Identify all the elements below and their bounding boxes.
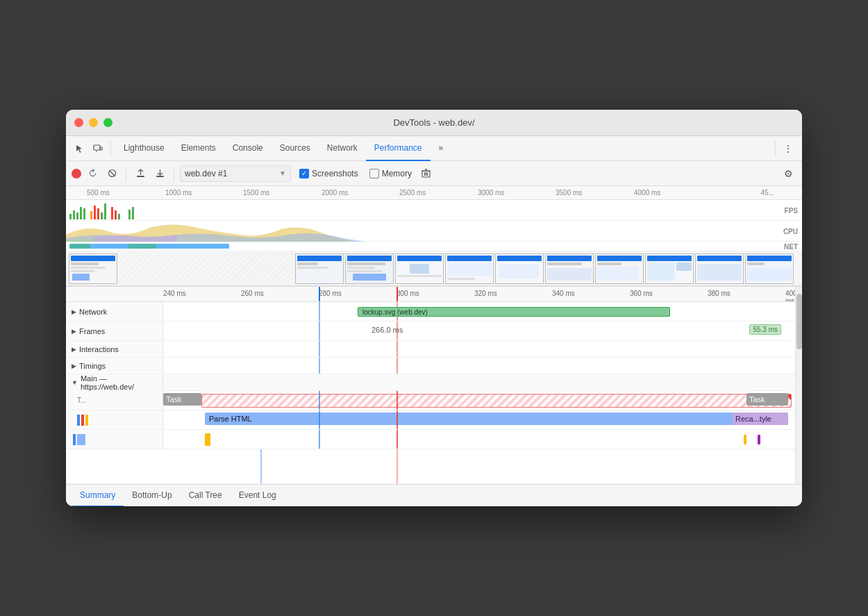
- upload-icon[interactable]: [132, 165, 149, 182]
- timings-chevron[interactable]: ▶: [72, 363, 76, 369]
- more-options-icon[interactable]: ⋮: [780, 140, 796, 157]
- red-marker: [81, 415, 84, 426]
- tab-sources[interactable]: Sources: [272, 136, 319, 161]
- record-button[interactable]: [72, 169, 81, 178]
- svg-rect-54: [447, 263, 492, 276]
- ruler-1000: 1000 ms: [165, 189, 192, 197]
- blue-line-empty: [260, 449, 262, 483]
- tab-summary[interactable]: Summary: [72, 485, 124, 507]
- parse-html-bar[interactable]: Parse HTML: [205, 413, 788, 425]
- download-icon[interactable]: [151, 165, 168, 182]
- net-row: NET: [66, 242, 802, 251]
- responsive-icon[interactable]: [90, 140, 106, 157]
- svg-rect-1: [100, 147, 102, 150]
- screenshot-8[interactable]: [595, 253, 644, 284]
- screenshots-checkbox[interactable]: ✓: [299, 169, 309, 178]
- memory-checkbox-group: Memory: [369, 169, 412, 178]
- svg-rect-66: [597, 267, 639, 281]
- tab-console[interactable]: Console: [224, 136, 272, 161]
- memory-label[interactable]: Memory: [369, 169, 412, 178]
- task-left-bar[interactable]: Task: [163, 393, 201, 406]
- r-320: 320 ms: [474, 290, 497, 297]
- maximize-button[interactable]: [103, 118, 112, 127]
- parse-html-content: Parse HTML Reca...tyle: [163, 410, 802, 429]
- screenshots-label[interactable]: ✓ Screenshots: [299, 169, 358, 178]
- close-button[interactable]: [74, 118, 83, 127]
- svg-rect-55: [447, 278, 475, 280]
- tab-network[interactable]: Network: [319, 136, 366, 161]
- task-left-text: Task: [166, 395, 182, 403]
- task-row: T... Task Task: [66, 391, 802, 410]
- r-380: 380 ms: [708, 290, 731, 297]
- screenshot-9[interactable]: [645, 253, 694, 284]
- svg-rect-25: [118, 214, 120, 219]
- ruler-450: 45...: [761, 189, 774, 197]
- tab-lighthouse[interactable]: Lighthouse: [115, 136, 173, 161]
- screenshot-7[interactable]: [545, 253, 594, 284]
- stop-icon[interactable]: [103, 165, 120, 182]
- interactions-chevron[interactable]: ▶: [72, 346, 76, 353]
- frames-track-label: ▶ Frames: [66, 322, 163, 340]
- ruler-2000: 2000 ms: [322, 189, 348, 197]
- svg-rect-21: [101, 213, 103, 219]
- task-hatched-bar[interactable]: [201, 394, 792, 408]
- ruler-2500: 2500 ms: [399, 189, 426, 197]
- tab-performance[interactable]: Performance: [366, 136, 431, 161]
- minimize-button[interactable]: [89, 118, 98, 127]
- blue-marker-line: [319, 287, 320, 301]
- svg-rect-13: [69, 214, 72, 219]
- task-right-bar[interactable]: Task: [746, 393, 788, 406]
- yellow-mark-2: [744, 435, 746, 444]
- screenshot-2[interactable]: [295, 253, 344, 284]
- tab-bottom-up[interactable]: Bottom-Up: [124, 485, 180, 507]
- frames-chevron[interactable]: ▶: [72, 328, 76, 335]
- network-bar-text: lockup.svg (web.dev): [362, 308, 428, 316]
- network-track: ▶ Network lockup.svg (web.dev): [66, 302, 802, 322]
- screenshot-4[interactable]: [395, 253, 444, 284]
- svg-rect-49: [397, 256, 442, 261]
- scrollbar-track: [795, 287, 802, 484]
- tab-call-tree[interactable]: Call Tree: [181, 485, 231, 507]
- screenshot-11[interactable]: [745, 253, 794, 284]
- interactions-track-content: [163, 341, 802, 357]
- settings-icon[interactable]: ⚙: [780, 165, 796, 182]
- svg-rect-46: [347, 270, 382, 272]
- screenshot-content-7: [546, 254, 593, 283]
- extra-row-content: [163, 430, 802, 449]
- screenshot-3[interactable]: [345, 253, 394, 284]
- ruler-500: 500 ms: [87, 189, 110, 197]
- url-selector[interactable]: web.dev #1 ▼: [180, 165, 291, 182]
- sep3: [174, 167, 174, 181]
- main-thread-label-col: ▼ Main — https://web.dev/: [66, 374, 163, 391]
- blue-line-frames: [319, 322, 320, 340]
- frames-track-content: 266.0 ms 55.3 ms: [163, 322, 802, 340]
- svg-rect-51: [397, 275, 442, 277]
- network-chevron[interactable]: ▶: [72, 308, 76, 315]
- screenshot-1[interactable]: [69, 253, 117, 284]
- screenshot-10[interactable]: [695, 253, 744, 284]
- cursor-icon[interactable]: [72, 140, 88, 157]
- scrollbar-thumb[interactable]: [796, 294, 802, 349]
- tab-elements[interactable]: Elements: [173, 136, 224, 161]
- svg-rect-60: [547, 256, 592, 261]
- parse-html-row: Parse HTML Reca...tyle: [66, 410, 802, 430]
- tab-event-log[interactable]: Event Log: [231, 485, 285, 507]
- frames-badge-value: 55.3 ms: [749, 324, 781, 335]
- red-marker-line: [397, 287, 398, 301]
- trash-icon[interactable]: [417, 165, 434, 182]
- svg-rect-44: [347, 263, 385, 265]
- svg-rect-72: [697, 256, 742, 261]
- svg-rect-24: [115, 210, 117, 219]
- interactions-track: ▶ Interactions: [66, 341, 802, 358]
- main-thread-chevron[interactable]: ▼: [72, 379, 78, 386]
- svg-rect-70: [676, 263, 692, 271]
- tab-more[interactable]: »: [431, 136, 452, 161]
- reload-icon[interactable]: [84, 165, 101, 182]
- ruler-3500: 3500 ms: [556, 189, 582, 197]
- red-line-timing: [397, 358, 398, 374]
- network-bar-lockup[interactable]: lockup.svg (web.dev): [358, 307, 670, 317]
- recalc-bar[interactable]: Reca...tyle: [733, 413, 788, 425]
- screenshot-5[interactable]: [445, 253, 494, 284]
- screenshot-6[interactable]: [495, 253, 544, 284]
- memory-checkbox[interactable]: [369, 169, 379, 178]
